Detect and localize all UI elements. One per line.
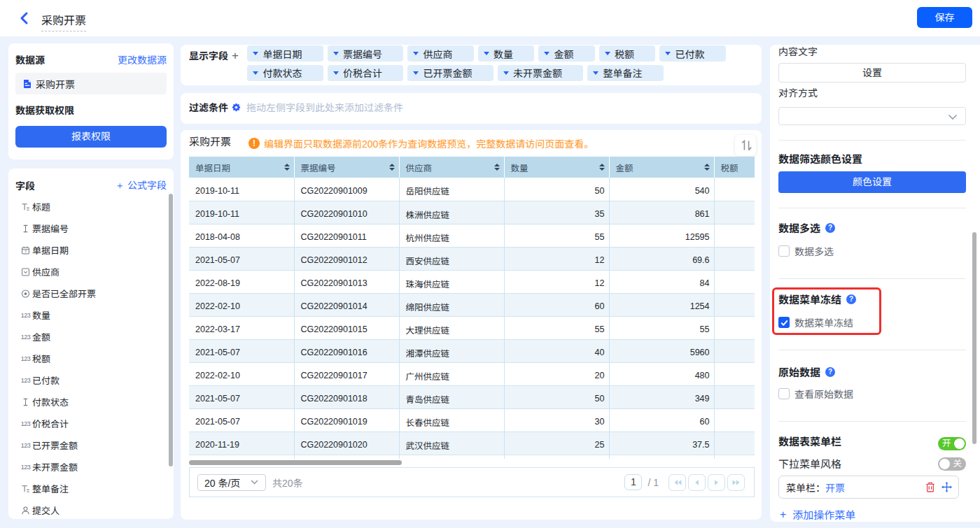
svg-text:7: 7 <box>24 249 27 253</box>
